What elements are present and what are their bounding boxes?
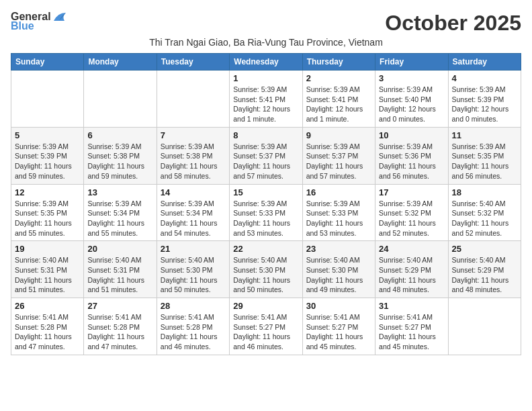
table-row: 21Sunrise: 5:40 AMSunset: 5:30 PMDayligh… (157, 241, 229, 298)
day-info: Sunrise: 5:40 AMSunset: 5:32 PMDaylight:… (452, 199, 517, 238)
table-row: 22Sunrise: 5:40 AMSunset: 5:30 PMDayligh… (230, 241, 302, 298)
day-info: Sunrise: 5:40 AMSunset: 5:30 PMDaylight:… (161, 255, 226, 295)
day-number: 1 (233, 73, 298, 83)
table-row: 1Sunrise: 5:39 AMSunset: 5:41 PMDaylight… (230, 71, 302, 128)
calendar-header-row: Sunday Monday Tuesday Wednesday Thursday… (11, 54, 521, 71)
calendar-week-row: 26Sunrise: 5:41 AMSunset: 5:28 PMDayligh… (11, 298, 521, 355)
day-info: Sunrise: 5:39 AMSunset: 5:35 PMDaylight:… (15, 199, 80, 238)
day-info: Sunrise: 5:39 AMSunset: 5:38 PMDaylight:… (87, 142, 152, 181)
day-info: Sunrise: 5:39 AMSunset: 5:39 PMDaylight:… (15, 142, 80, 181)
day-info: Sunrise: 5:39 AMSunset: 5:37 PMDaylight:… (233, 142, 298, 181)
table-row: 29Sunrise: 5:41 AMSunset: 5:27 PMDayligh… (230, 298, 302, 355)
table-row: 6Sunrise: 5:39 AMSunset: 5:38 PMDaylight… (84, 127, 157, 184)
table-row: 25Sunrise: 5:40 AMSunset: 5:29 PMDayligh… (448, 241, 521, 298)
day-number: 21 (161, 244, 226, 254)
day-info: Sunrise: 5:40 AMSunset: 5:30 PMDaylight:… (306, 255, 371, 295)
calendar-week-row: 1Sunrise: 5:39 AMSunset: 5:41 PMDaylight… (11, 71, 521, 128)
day-number: 29 (233, 301, 298, 311)
col-monday: Monday (84, 54, 157, 71)
col-sunday: Sunday (11, 54, 84, 71)
logo-blue-text: Blue (11, 20, 34, 32)
table-row: 23Sunrise: 5:40 AMSunset: 5:30 PMDayligh… (302, 241, 375, 298)
calendar-week-row: 12Sunrise: 5:39 AMSunset: 5:35 PMDayligh… (11, 184, 521, 241)
table-row: 16Sunrise: 5:39 AMSunset: 5:33 PMDayligh… (302, 184, 375, 241)
table-row: 26Sunrise: 5:41 AMSunset: 5:28 PMDayligh… (11, 298, 84, 355)
table-row: 31Sunrise: 5:41 AMSunset: 5:27 PMDayligh… (375, 298, 448, 355)
day-number: 14 (161, 187, 226, 197)
table-row: 9Sunrise: 5:39 AMSunset: 5:37 PMDaylight… (302, 127, 375, 184)
day-info: Sunrise: 5:39 AMSunset: 5:39 PMDaylight:… (452, 85, 517, 124)
day-info: Sunrise: 5:41 AMSunset: 5:28 PMDaylight:… (161, 312, 226, 352)
day-number: 22 (233, 244, 298, 254)
day-info: Sunrise: 5:41 AMSunset: 5:27 PMDaylight:… (379, 312, 444, 352)
table-row: 13Sunrise: 5:39 AMSunset: 5:34 PMDayligh… (84, 184, 157, 241)
logo: General Blue (11, 11, 67, 32)
day-number: 30 (306, 301, 371, 311)
day-number: 25 (452, 244, 517, 254)
day-number: 5 (15, 130, 80, 140)
table-row: 7Sunrise: 5:39 AMSunset: 5:38 PMDaylight… (157, 127, 229, 184)
day-number: 16 (306, 187, 371, 197)
day-number: 2 (306, 73, 371, 83)
day-number: 6 (87, 130, 152, 140)
col-wednesday: Wednesday (230, 54, 302, 71)
table-row: 2Sunrise: 5:39 AMSunset: 5:41 PMDaylight… (302, 71, 375, 128)
day-number: 28 (161, 301, 226, 311)
day-info: Sunrise: 5:40 AMSunset: 5:31 PMDaylight:… (87, 255, 152, 295)
table-row: 8Sunrise: 5:39 AMSunset: 5:37 PMDaylight… (230, 127, 302, 184)
col-saturday: Saturday (448, 54, 521, 71)
table-row: 11Sunrise: 5:39 AMSunset: 5:35 PMDayligh… (448, 127, 521, 184)
calendar-week-row: 19Sunrise: 5:40 AMSunset: 5:31 PMDayligh… (11, 241, 521, 298)
day-number: 9 (306, 130, 371, 140)
day-number: 4 (452, 73, 517, 83)
month-title: October 2025 (385, 11, 521, 36)
table-row: 10Sunrise: 5:39 AMSunset: 5:36 PMDayligh… (375, 127, 448, 184)
day-info: Sunrise: 5:41 AMSunset: 5:27 PMDaylight:… (306, 312, 371, 352)
day-info: Sunrise: 5:39 AMSunset: 5:41 PMDaylight:… (306, 85, 371, 124)
table-row (157, 71, 229, 128)
day-info: Sunrise: 5:40 AMSunset: 5:30 PMDaylight:… (233, 255, 298, 295)
day-info: Sunrise: 5:39 AMSunset: 5:34 PMDaylight:… (87, 199, 152, 238)
table-row: 20Sunrise: 5:40 AMSunset: 5:31 PMDayligh… (84, 241, 157, 298)
day-number: 23 (306, 244, 371, 254)
day-number: 24 (379, 244, 444, 254)
table-row: 18Sunrise: 5:40 AMSunset: 5:32 PMDayligh… (448, 184, 521, 241)
table-row: 15Sunrise: 5:39 AMSunset: 5:33 PMDayligh… (230, 184, 302, 241)
day-info: Sunrise: 5:41 AMSunset: 5:28 PMDaylight:… (87, 312, 152, 352)
table-row: 5Sunrise: 5:39 AMSunset: 5:39 PMDaylight… (11, 127, 84, 184)
day-info: Sunrise: 5:39 AMSunset: 5:37 PMDaylight:… (306, 142, 371, 181)
table-row: 3Sunrise: 5:39 AMSunset: 5:40 PMDaylight… (375, 71, 448, 128)
day-number: 31 (379, 301, 444, 311)
day-info: Sunrise: 5:39 AMSunset: 5:36 PMDaylight:… (379, 142, 444, 181)
day-number: 19 (15, 244, 80, 254)
table-row: 4Sunrise: 5:39 AMSunset: 5:39 PMDaylight… (448, 71, 521, 128)
day-info: Sunrise: 5:41 AMSunset: 5:28 PMDaylight:… (15, 312, 80, 352)
day-number: 8 (233, 130, 298, 140)
table-row (448, 298, 521, 355)
day-info: Sunrise: 5:39 AMSunset: 5:38 PMDaylight:… (161, 142, 226, 181)
day-number: 11 (452, 130, 517, 140)
logo-block: General Blue (11, 11, 67, 32)
table-row (11, 71, 84, 128)
table-row: 19Sunrise: 5:40 AMSunset: 5:31 PMDayligh… (11, 241, 84, 298)
day-number: 18 (452, 187, 517, 197)
day-number: 10 (379, 130, 444, 140)
day-number: 20 (87, 244, 152, 254)
col-tuesday: Tuesday (157, 54, 229, 71)
page-container: General Blue October 2025 Thi Tran Ngai … (11, 11, 521, 355)
day-info: Sunrise: 5:41 AMSunset: 5:27 PMDaylight:… (233, 312, 298, 352)
table-row: 12Sunrise: 5:39 AMSunset: 5:35 PMDayligh… (11, 184, 84, 241)
day-info: Sunrise: 5:39 AMSunset: 5:33 PMDaylight:… (233, 199, 298, 238)
calendar-table: Sunday Monday Tuesday Wednesday Thursday… (11, 53, 521, 355)
day-info: Sunrise: 5:39 AMSunset: 5:32 PMDaylight:… (379, 199, 444, 238)
logo-wing-icon (52, 11, 67, 22)
day-info: Sunrise: 5:40 AMSunset: 5:31 PMDaylight:… (15, 255, 80, 295)
table-row: 14Sunrise: 5:39 AMSunset: 5:34 PMDayligh… (157, 184, 229, 241)
day-number: 13 (87, 187, 152, 197)
col-friday: Friday (375, 54, 448, 71)
col-thursday: Thursday (302, 54, 375, 71)
day-number: 17 (379, 187, 444, 197)
table-row: 28Sunrise: 5:41 AMSunset: 5:28 PMDayligh… (157, 298, 229, 355)
day-info: Sunrise: 5:39 AMSunset: 5:33 PMDaylight:… (306, 199, 371, 238)
table-row: 17Sunrise: 5:39 AMSunset: 5:32 PMDayligh… (375, 184, 448, 241)
